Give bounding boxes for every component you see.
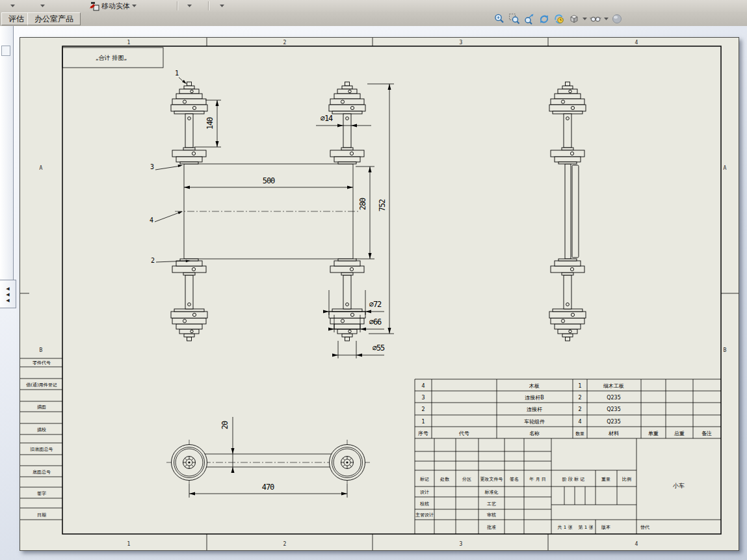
sheet-frame: 1 2 3 4 1 2 3 4 A B A B <box>20 38 739 550</box>
splitter-arrow-icon: ◀ <box>6 293 9 296</box>
sheet-note: „合计 排图„ <box>62 47 163 68</box>
tb-label: 标准化 <box>484 490 499 495</box>
view-orientation-dropdown[interactable] <box>583 18 587 20</box>
bom-cell: 2 <box>578 407 581 412</box>
display-style-dropdown[interactable] <box>604 18 609 20</box>
ribbon-separator <box>208 1 209 10</box>
splitter-arrow-icon: ◀ <box>6 287 9 290</box>
tb-stage-mark: 阶 段 标 记 <box>562 477 585 482</box>
tb-label: 校核 <box>419 501 429 507</box>
tb-label: 工艺 <box>487 501 496 507</box>
tb-header: 标记 <box>419 477 429 482</box>
tab-office-products-label: 办公室产品 <box>34 14 73 25</box>
tb-header: 处数 <box>440 477 450 482</box>
tb-substitute: 替代 <box>640 525 649 530</box>
bom-cell: Q235 <box>607 419 621 425</box>
zone-number: 4 <box>635 40 638 46</box>
graphics-area[interactable]: ◀ ◀ ◀ 1 2 3 4 1 2 3 4 A <box>0 26 747 560</box>
chevron-down-icon <box>10 5 15 7</box>
zoom-in-out-button[interactable] <box>523 12 536 25</box>
balloon-4: 4 <box>150 217 153 224</box>
tab-office-products[interactable]: 办公室产品 <box>27 12 81 25</box>
feature-tree-collapsed-icon[interactable] <box>1 46 10 56</box>
bom-header: 数量 <box>575 431 584 436</box>
margin-label: 旧底图总号 <box>31 447 53 452</box>
tb-label: 主管设计 <box>415 512 434 518</box>
tb-header: 分区 <box>462 477 471 482</box>
dim-dia66: ∅66 <box>369 317 382 327</box>
view-orientation-button[interactable] <box>568 12 581 25</box>
previous-view-button[interactable] <box>538 12 551 25</box>
display-style-button[interactable] <box>589 12 602 25</box>
drawing-sheet[interactable]: 1 2 3 4 1 2 3 4 A B A B „合计 排图„ <box>20 37 739 551</box>
bom-header: 代号 <box>458 431 469 436</box>
balloon-2: 2 <box>151 257 155 264</box>
bottom-view[interactable] <box>166 440 370 485</box>
tb-header: 年 月 日 <box>529 477 545 482</box>
balloon-3: 3 <box>150 163 154 170</box>
tb-version: 版本 <box>601 525 610 530</box>
ribbon-dropdown-4[interactable] <box>220 1 224 11</box>
zoom-to-fit-icon <box>493 13 505 25</box>
commandmanager-tab-row: 评估 办公室产品 <box>0 12 747 27</box>
zone-letter: B <box>40 347 43 353</box>
margin-label: 描校 <box>37 427 46 433</box>
bom-cell: 1 <box>578 383 581 389</box>
ribbon-dropdown-2[interactable] <box>40 1 45 11</box>
bom-cell: 4 <box>578 419 581 425</box>
side-view[interactable] <box>549 82 586 341</box>
move-entity-button[interactable]: 移动实体 <box>90 1 137 11</box>
ribbon-row: 移动实体 <box>0 0 747 12</box>
zone-number: 2 <box>283 541 287 547</box>
ribbon-separator <box>177 1 177 10</box>
zone-letter: A <box>724 165 727 171</box>
ribbon-dropdown-3[interactable] <box>187 1 192 11</box>
zoom-to-fit-button[interactable] <box>493 12 506 25</box>
zoom-to-area-button[interactable] <box>508 12 521 25</box>
previous-view-icon <box>538 13 550 25</box>
tb-header: 更改文件号 <box>480 476 503 482</box>
zone-number: 1 <box>127 40 131 46</box>
zone-number: 4 <box>635 541 638 547</box>
appearances-button[interactable] <box>610 12 623 25</box>
drawing-title: 小车 <box>672 483 685 489</box>
tb-label: 批准 <box>487 525 496 530</box>
3d-drawing-view-button[interactable] <box>553 12 566 25</box>
bom-header: 单重 <box>648 431 659 436</box>
dim-140: 140 <box>205 117 215 129</box>
display-style-glasses-icon <box>590 13 601 25</box>
bom-cell: 1 <box>421 419 425 425</box>
zoom-in-out-icon <box>523 13 535 25</box>
panel-splitter-tab[interactable]: ◀ ◀ ◀ <box>0 280 16 308</box>
bom-cell: 连接杆B <box>525 395 544 401</box>
zone-letter: A <box>40 165 43 171</box>
bom-cell: 2 <box>421 407 425 412</box>
zone-number: 1 <box>127 541 131 547</box>
collapsed-feature-panel[interactable] <box>0 26 14 280</box>
splitter-arrow-icon: ◀ <box>6 299 9 302</box>
bom-header: 材料 <box>608 431 619 436</box>
title-block: 标记 处数 分区 更改文件号 签名 年 月 日 设计 标准化 校核 工艺 主管设… <box>415 438 721 534</box>
bom-table: 4 木板 1 细木工板 3 连接杆B 2 Q235 2 连接杆 2 Q235 1 <box>415 379 721 534</box>
bom-header: 序号 <box>418 431 428 436</box>
tb-header: 签名 <box>510 477 519 482</box>
zone-number: 3 <box>460 541 463 547</box>
front-view[interactable] <box>171 82 365 341</box>
bom-header: 总重 <box>674 431 685 436</box>
bom-cell: 3 <box>421 395 425 401</box>
margin-label: 签字 <box>37 491 46 496</box>
chevron-down-icon <box>132 5 137 7</box>
chevron-down-icon <box>187 5 192 7</box>
bom-cell: 4 <box>421 383 425 389</box>
bom-cell: 车轮组件 <box>524 419 545 425</box>
ribbon-dropdown-1[interactable] <box>10 1 15 11</box>
margin-label: 借(通)用件登记 <box>26 382 57 388</box>
margin-label: 零件代号 <box>33 360 51 366</box>
margin-label: 底图总号 <box>33 470 51 475</box>
dim-dia55: ∅55 <box>373 343 385 353</box>
sheet-note-text: „合计 排图„ <box>96 55 127 61</box>
chevron-down-icon <box>220 5 224 7</box>
tb-weight: 重量 <box>601 477 610 482</box>
dimensions[interactable]: 140 ∅14 500 280 <box>184 84 394 498</box>
appearances-sphere-icon <box>611 13 623 25</box>
